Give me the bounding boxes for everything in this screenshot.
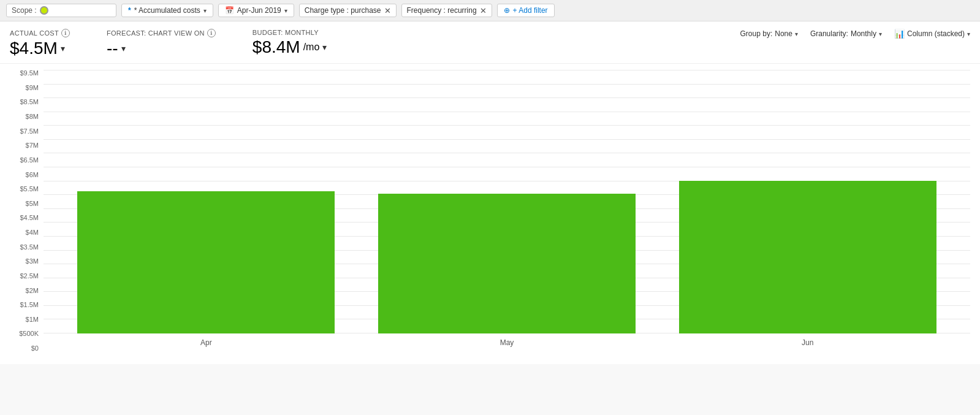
x-axis: AprMayJun: [44, 333, 970, 352]
budget-unit: /mo: [303, 42, 320, 53]
y-axis-label: $0: [10, 345, 39, 352]
budget-label: BUDGET: MONTHLY: [253, 29, 327, 36]
y-axis-label: $2.5M: [10, 273, 39, 280]
chart-area: $0$500K$1M$1.5M$2M$2.5M$3M$3.5M$4M$4.5M$…: [0, 64, 980, 364]
budget-chevron-icon: ▾: [322, 42, 327, 52]
actual-cost-label: ACTUAL COST ℹ: [10, 29, 70, 37]
x-axis-label: May: [378, 333, 636, 352]
granularity-chevron-icon: ▾: [879, 31, 882, 37]
accumulated-costs-label: * Accumulated costs: [134, 6, 200, 15]
granularity-label: Granularity:: [810, 29, 848, 38]
view-type-label: Column (stacked): [907, 29, 965, 38]
calendar-icon: 📅: [225, 6, 234, 15]
y-axis-label: $9.5M: [10, 70, 39, 77]
y-axis-label: $500K: [10, 330, 39, 337]
scope-label: Scope :: [12, 6, 37, 15]
group-by-value: None: [775, 29, 792, 38]
bar-group: [378, 70, 636, 333]
forecast-info-icon[interactable]: ℹ: [207, 29, 216, 37]
date-range-label: Apr-Jun 2019: [237, 6, 281, 15]
y-axis-label: $1M: [10, 316, 39, 323]
group-by-label: Group by:: [740, 29, 773, 38]
forecast-value[interactable]: -- ▾: [107, 39, 216, 58]
x-axis-label: Apr: [77, 333, 335, 352]
charge-type-filter: Charge type : purchase ✕: [299, 4, 397, 17]
chevron-down-icon: ▾: [284, 7, 287, 14]
column-chart-icon: 📊: [894, 29, 905, 39]
x-axis-label: Jun: [679, 333, 936, 352]
frequency-filter: Frequency : recurring ✕: [401, 4, 492, 17]
y-axis-label: $9M: [10, 85, 39, 91]
y-axis-label: $7M: [10, 142, 39, 149]
y-axis-label: $8M: [10, 113, 39, 120]
y-axis-label: $7.5M: [10, 128, 39, 135]
y-axis: $0$500K$1M$1.5M$2M$2.5M$3M$3.5M$4M$4.5M$…: [10, 70, 44, 352]
chart-plot: AprMayJun: [44, 70, 970, 352]
bar: [378, 194, 636, 333]
group-by-chevron-icon: ▾: [795, 31, 798, 37]
y-axis-label: $3.5M: [10, 244, 39, 251]
add-filter-button[interactable]: ⊕ + Add filter: [497, 4, 555, 17]
y-axis-label: $1.5M: [10, 302, 39, 308]
budget-metric: BUDGET: MONTHLY $8.4M /mo ▾: [253, 29, 327, 57]
granularity-value: Monthly: [851, 29, 876, 38]
charge-type-remove-button[interactable]: ✕: [384, 7, 391, 15]
add-filter-plus-icon: ⊕: [504, 6, 510, 15]
forecast-metric: FORECAST: CHART VIEW ON ℹ -- ▾: [107, 29, 216, 58]
forecast-label: FORECAST: CHART VIEW ON ℹ: [107, 29, 216, 37]
y-axis-label: $5M: [10, 200, 39, 207]
chevron-down-icon: ▾: [203, 7, 207, 14]
add-filter-label: + Add filter: [513, 6, 548, 15]
view-type-control[interactable]: 📊 Column (stacked) ▾: [894, 29, 970, 39]
bar-group: [679, 70, 936, 333]
y-axis-label: $3M: [10, 258, 39, 265]
asterisk-icon: *: [128, 6, 131, 15]
actual-cost-value[interactable]: $4.5M ▾: [10, 39, 70, 58]
group-by-control[interactable]: Group by: None ▾: [740, 29, 798, 38]
chart-inner: $0$500K$1M$1.5M$2M$2.5M$3M$3.5M$4M$4.5M$…: [10, 70, 970, 352]
forecast-chevron-icon: ▾: [121, 44, 126, 53]
y-axis-label: $6.5M: [10, 157, 39, 164]
frequency-label: Frequency : recurring: [407, 6, 477, 15]
bar: [77, 191, 335, 333]
y-axis-label: $8.5M: [10, 99, 39, 105]
toolbar: Scope : * * Accumulated costs ▾ 📅 Apr-Ju…: [0, 0, 980, 21]
y-axis-label: $2M: [10, 287, 39, 294]
metrics-row: ACTUAL COST ℹ $4.5M ▾ FORECAST: CHART VI…: [0, 21, 980, 64]
bars-container: [44, 70, 970, 333]
bar: [679, 181, 936, 333]
scope-dot-icon: [40, 6, 48, 15]
bar-group: [77, 70, 335, 333]
y-axis-label: $4M: [10, 229, 39, 236]
scope-selector[interactable]: Scope :: [6, 4, 116, 17]
accumulated-costs-button[interactable]: * * Accumulated costs ▾: [121, 4, 213, 17]
y-axis-label: $4.5M: [10, 215, 39, 221]
charge-type-label: Charge type : purchase: [305, 6, 381, 15]
date-range-button[interactable]: 📅 Apr-Jun 2019 ▾: [218, 4, 294, 17]
actual-cost-info-icon[interactable]: ℹ: [61, 29, 70, 37]
view-type-chevron-icon: ▾: [967, 31, 970, 37]
actual-cost-chevron-icon: ▾: [61, 44, 65, 53]
y-axis-label: $5.5M: [10, 186, 39, 192]
granularity-control[interactable]: Granularity: Monthly ▾: [810, 29, 882, 38]
chart-controls: Group by: None ▾ Granularity: Monthly ▾ …: [740, 29, 970, 39]
y-axis-label: $6M: [10, 172, 39, 178]
actual-cost-metric: ACTUAL COST ℹ $4.5M ▾: [10, 29, 70, 58]
frequency-remove-button[interactable]: ✕: [480, 7, 487, 15]
budget-value[interactable]: $8.4M /mo ▾: [253, 37, 327, 57]
